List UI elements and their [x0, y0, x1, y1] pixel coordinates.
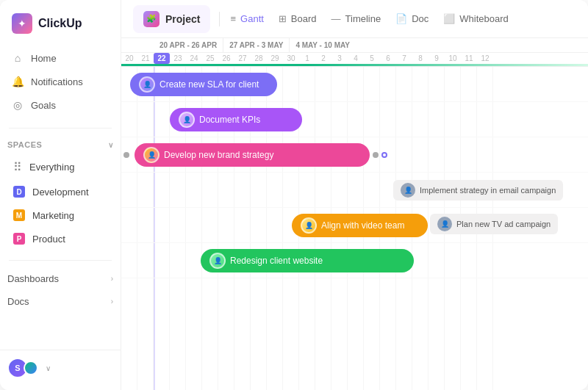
bar-label-sla: Create new SLA for client [159, 79, 259, 90]
bar-label-brand: Develop new brand strategy [164, 150, 273, 160]
day-cell: 11 [461, 53, 477, 64]
bar-sla[interactable]: 👤 Create new SLA for client [130, 73, 277, 96]
docs-chevron-icon: › [111, 297, 113, 306]
dashboards-chevron-icon: › [111, 275, 113, 283]
project-tab[interactable]: 🧩 Project [133, 5, 210, 33]
product-dot: P [13, 233, 25, 245]
bar-avatar-sla: 👤 [139, 76, 155, 93]
day-cell: 21 [137, 53, 154, 64]
bar-kpis[interactable]: 👤 Document KPIs [170, 108, 302, 131]
tab-board[interactable]: ⊞ Board [271, 7, 324, 30]
bell-icon: 🔔 [12, 76, 24, 87]
sidebar-item-docs[interactable]: Docs › [0, 291, 121, 312]
day-cell: 3 [331, 53, 348, 64]
project-icon: 🧩 [143, 11, 159, 27]
logo-text: ClickUp [38, 17, 82, 30]
gantt-row-email: 👤 Implement strategy in email campaign [121, 173, 588, 208]
bar-avatar-kpis: 👤 [179, 112, 195, 128]
bar-align[interactable]: 👤 Align with video team [292, 214, 428, 237]
tab-doc[interactable]: 📄 Doc [388, 7, 436, 30]
day-cell: 2 [315, 53, 331, 64]
sidebar-divider [9, 128, 112, 129]
bar-tv[interactable]: 👤 Plan new TV ad campaign [430, 214, 558, 234]
sidebar-item-product[interactable]: P Product [6, 228, 115, 250]
bar-redesign[interactable]: 👤 Redesign client website [201, 249, 414, 272]
gantt-row-brand: 👤 Develop new brand strategy [121, 137, 588, 173]
day-cell: 10 [445, 53, 461, 64]
logo-icon: ✦ [12, 13, 32, 34]
logo: ✦ ClickUp [0, 0, 121, 44]
bar-connector-brand [381, 152, 387, 158]
today-progress-bar [121, 64, 588, 66]
sidebar-item-development[interactable]: D Development [6, 181, 115, 203]
day-cell: 4 [348, 53, 364, 64]
month-group-apr27: 27 APR - 3 MAY [223, 38, 290, 52]
marketing-dot: M [13, 209, 25, 221]
gantt-row-kpis: 👤 Document KPIs [121, 102, 588, 137]
sidebar-item-marketing[interactable]: M Marketing [6, 204, 115, 226]
bar-label-align: Align with video team [321, 220, 404, 231]
day-cell: 30 [283, 53, 299, 64]
header: 🧩 Project ≡ Gantt ⊞ Board — Timeline 📄 D… [121, 0, 588, 38]
spaces-section-header: Spaces ∨ [0, 136, 121, 154]
gantt-icon: ≡ [230, 13, 236, 24]
sidebar-nav: ⌂ Home 🔔 Notifications ◎ Goals [0, 44, 121, 120]
bar-avatar-align: 👤 [301, 217, 317, 234]
sidebar: ✦ ClickUp ⌂ Home 🔔 Notifications ◎ Goals… [0, 0, 121, 390]
bar-handle-left-brand [123, 152, 129, 158]
gantt-row-redesign: 👤 Redesign client website [121, 243, 588, 278]
day-cell: 8 [412, 53, 429, 64]
bar-label-email: Implement strategy in email campaign [420, 186, 556, 195]
everything-icon: ⠿ [13, 160, 22, 174]
main-content: 🧩 Project ≡ Gantt ⊞ Board — Timeline 📄 D… [121, 0, 588, 390]
month-group-apr20: 20 APR - 26 APR [154, 38, 223, 52]
sidebar-divider-2 [9, 260, 112, 261]
user-avatar-mini [24, 361, 38, 375]
gantt-row-align: 👤 Align with video team 👤 Plan new TV ad… [121, 208, 588, 243]
bar-avatar-redesign: 👤 [209, 253, 226, 269]
bar-avatar-tv: 👤 [437, 217, 452, 231]
day-cell: 24 [186, 53, 202, 64]
day-cell: 27 [234, 53, 251, 64]
sidebar-item-everything[interactable]: ⠿ Everything [6, 155, 115, 179]
today-cell: 22 [154, 53, 170, 64]
bar-label-redesign: Redesign client website [230, 256, 323, 266]
bar-avatar-brand: 👤 [143, 147, 159, 163]
gantt-body: 👤 Create new SLA for client 👤 Document K… [121, 67, 588, 390]
sidebar-item-goals-label: Goals [31, 100, 56, 111]
sidebar-item-goals[interactable]: ◎ Goals [6, 94, 115, 116]
tab-whiteboard[interactable]: ⬜ Whiteboard [436, 7, 515, 30]
gantt-row-sla: 👤 Create new SLA for client [121, 67, 588, 102]
development-dot: D [13, 186, 25, 198]
avatar-caret-icon[interactable]: ∨ [46, 364, 51, 372]
day-cell: 12 [477, 53, 493, 64]
sidebar-item-notifications-label: Notifications [31, 76, 83, 87]
user-avatars: S [7, 358, 38, 378]
spaces-list: ⠿ Everything D Development M Marketing P… [0, 154, 121, 253]
board-icon: ⊞ [279, 13, 287, 24]
day-cell: 26 [218, 53, 234, 64]
tab-gantt[interactable]: ≡ Gantt [223, 7, 270, 30]
bar-email[interactable]: 👤 Implement strategy in email campaign [393, 180, 563, 201]
tab-timeline[interactable]: — Timeline [324, 7, 389, 30]
day-cell: 7 [396, 53, 412, 64]
day-cell: 20 [121, 53, 137, 64]
sidebar-item-notifications[interactable]: 🔔 Notifications [6, 71, 115, 93]
sidebar-bottom: S ∨ [0, 350, 121, 390]
day-cell: 29 [267, 53, 283, 64]
project-name: Project [165, 13, 200, 25]
month-group-may4: 4 MAY - 10 MAY [290, 38, 356, 52]
tab-divider-1 [219, 12, 220, 26]
day-cell: 1 [299, 53, 315, 64]
sidebar-item-dashboards[interactable]: Dashboards › [0, 268, 121, 289]
spaces-chevron-icon[interactable]: ∨ [108, 141, 114, 149]
bar-handle-right-brand [373, 152, 379, 158]
gantt-chart: 20 APR - 26 APR 27 APR - 3 MAY 4 MAY - 1… [121, 38, 588, 390]
day-cell: 23 [170, 53, 186, 64]
doc-icon: 📄 [395, 13, 407, 24]
day-cell: 5 [364, 53, 380, 64]
goals-icon: ◎ [12, 99, 24, 111]
days-row: 2021222324252627282930123456789101112 [121, 53, 588, 64]
bar-brand[interactable]: 👤 Develop new brand strategy [135, 143, 370, 167]
sidebar-item-home[interactable]: ⌂ Home [6, 47, 115, 69]
